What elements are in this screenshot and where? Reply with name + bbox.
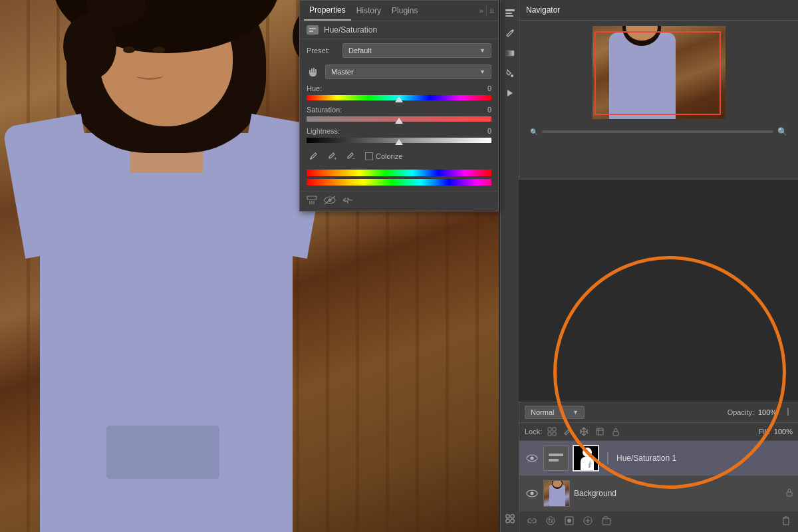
add-mask-icon[interactable] bbox=[562, 515, 577, 529]
spectrum-bar-top bbox=[307, 170, 491, 176]
paint-bucket-icon[interactable] bbox=[502, 65, 518, 81]
link-layers-icon[interactable] bbox=[525, 515, 539, 529]
opacity-value[interactable]: 100% bbox=[758, 408, 778, 416]
zoom-in-icon[interactable]: 🔍 bbox=[777, 127, 787, 136]
layer-background[interactable]: Background bbox=[519, 476, 798, 511]
play-icon[interactable] bbox=[502, 85, 518, 101]
svg-rect-8 bbox=[506, 519, 509, 523]
hue-value[interactable]: 0 bbox=[478, 84, 491, 92]
svg-marker-5 bbox=[507, 90, 513, 96]
svg-rect-32 bbox=[549, 459, 559, 462]
lightness-slider-thumb[interactable] bbox=[395, 139, 403, 145]
svg-point-4 bbox=[511, 74, 513, 77]
properties-tabs: Properties History Plugins » ≡ bbox=[300, 1, 498, 21]
svg-rect-45 bbox=[602, 519, 610, 525]
svg-rect-24 bbox=[597, 428, 603, 435]
svg-rect-22 bbox=[548, 432, 551, 436]
spectrum-bar-bottom bbox=[307, 179, 491, 186]
layer-lock-icon bbox=[786, 488, 793, 499]
lightness-value[interactable]: 0 bbox=[478, 127, 491, 135]
history-back-icon[interactable] bbox=[342, 196, 353, 207]
properties-tool-icon[interactable] bbox=[502, 5, 518, 21]
lock-pixels-icon[interactable] bbox=[546, 426, 558, 438]
tab-properties[interactable]: Properties bbox=[304, 1, 351, 21]
saturation-slider-thumb[interactable] bbox=[395, 118, 403, 124]
lock-padlock-icon[interactable] bbox=[610, 426, 622, 438]
svg-rect-9 bbox=[511, 519, 514, 523]
saturation-value[interactable]: 0 bbox=[478, 106, 491, 114]
clip-to-layer-icon[interactable] bbox=[307, 196, 317, 207]
lock-brush-icon[interactable] bbox=[562, 426, 574, 438]
pencil-icon[interactable] bbox=[502, 25, 518, 41]
eyedropper-icon[interactable] bbox=[307, 150, 320, 163]
svg-rect-10 bbox=[308, 27, 317, 33]
hue-slider-track[interactable] bbox=[307, 95, 491, 100]
eyedropper-add-icon[interactable]: + bbox=[325, 150, 338, 163]
svg-point-13 bbox=[310, 158, 312, 160]
svg-rect-23 bbox=[553, 432, 556, 436]
svg-rect-3 bbox=[506, 51, 514, 56]
colorize-checkbox-row[interactable]: Colorize bbox=[365, 152, 402, 160]
saturation-label: Saturation: bbox=[307, 106, 342, 114]
add-adjustment-icon[interactable] bbox=[581, 515, 595, 529]
tab-history[interactable]: History bbox=[351, 1, 386, 20]
add-style-icon[interactable]: fx bbox=[543, 515, 558, 529]
lightness-slider-track[interactable] bbox=[307, 138, 491, 143]
colorize-label: Colorize bbox=[376, 152, 402, 160]
hue-slider-thumb[interactable] bbox=[395, 96, 403, 102]
layer-chain-icon bbox=[603, 451, 612, 466]
navigator-zoom-slider[interactable] bbox=[542, 130, 773, 133]
preset-row: Preset: Default ▼ bbox=[300, 39, 498, 62]
panel-menu-icon[interactable]: ≡ bbox=[486, 6, 494, 15]
layer-name-hue-sat: Hue/Saturation 1 bbox=[616, 454, 793, 463]
svg-rect-31 bbox=[549, 454, 563, 456]
colorize-checkbox[interactable] bbox=[365, 152, 373, 160]
layers-controls-row: Normal ▼ Opacity: 100% bbox=[519, 402, 798, 423]
opacity-label: Opacity: bbox=[728, 408, 754, 416]
svg-rect-27 bbox=[613, 432, 618, 436]
layer-hue-saturation[interactable]: Hue/Saturation 1 bbox=[519, 441, 798, 476]
layers-panel: Normal ▼ Opacity: 100% Lock: Fill: 100% bbox=[519, 402, 798, 532]
lock-crop-icon[interactable] bbox=[594, 426, 606, 438]
svg-point-29 bbox=[531, 457, 534, 460]
properties-panel: Properties History Plugins » ≡ Hue/Satur… bbox=[299, 0, 499, 211]
lightness-label: Lightness: bbox=[307, 127, 340, 135]
channel-select[interactable]: Master ▼ bbox=[325, 65, 491, 79]
hand-icon[interactable] bbox=[307, 65, 321, 79]
lightness-row: Lightness: 0 bbox=[300, 124, 498, 146]
color-spectrum-bars bbox=[300, 167, 498, 188]
svg-text:+: + bbox=[334, 156, 336, 161]
svg-rect-0 bbox=[505, 9, 515, 11]
fill-value[interactable]: 100% bbox=[774, 428, 793, 436]
saturation-slider-track[interactable] bbox=[307, 116, 491, 122]
blend-chevron-icon: ▼ bbox=[573, 409, 579, 416]
svg-rect-12 bbox=[309, 31, 313, 32]
eyedropper-subtract-icon[interactable]: − bbox=[344, 150, 357, 163]
svg-rect-16 bbox=[307, 196, 317, 200]
hue-row: Hue: 0 bbox=[300, 82, 498, 103]
layer-eye-icon[interactable] bbox=[525, 451, 539, 466]
svg-text:−: − bbox=[352, 156, 355, 161]
svg-point-36 bbox=[531, 492, 534, 495]
navigator-thumbnail bbox=[593, 26, 726, 119]
expand-panels-icon[interactable]: » bbox=[479, 7, 483, 15]
layers-grid-icon[interactable] bbox=[502, 511, 518, 527]
tab-plugins[interactable]: Plugins bbox=[386, 1, 423, 20]
visibility-icon[interactable] bbox=[324, 196, 336, 207]
svg-rect-20 bbox=[548, 428, 551, 431]
preset-select[interactable]: Default ▼ bbox=[342, 43, 491, 58]
lock-row: Lock: Fill: 100% bbox=[519, 423, 798, 441]
channel-row: Master ▼ bbox=[300, 62, 498, 82]
blend-mode-select[interactable]: Normal ▼ bbox=[525, 406, 585, 419]
navigator-tab[interactable]: Navigator bbox=[526, 3, 560, 17]
opacity-chain-icon[interactable] bbox=[783, 407, 793, 418]
lock-move-icon[interactable] bbox=[578, 426, 590, 438]
gradient-tool-icon[interactable] bbox=[502, 45, 518, 61]
zoom-out-icon[interactable]: 🔍 bbox=[530, 128, 538, 136]
saturation-row: Saturation: 0 bbox=[300, 103, 498, 124]
create-group-icon[interactable] bbox=[599, 515, 614, 529]
svg-point-41 bbox=[567, 519, 571, 523]
delete-layer-icon[interactable] bbox=[779, 515, 793, 529]
toolbar bbox=[500, 0, 519, 532]
layer-eye-icon-bg[interactable] bbox=[525, 486, 539, 501]
